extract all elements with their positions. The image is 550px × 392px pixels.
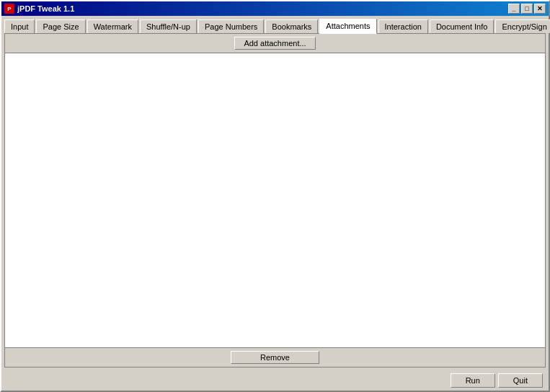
tab-attachments[interactable]: Attachments — [319, 19, 376, 34]
run-button[interactable]: Run — [451, 373, 495, 388]
main-content: Add attachment... Remove — [4, 33, 546, 368]
tab-encrypt-sign[interactable]: Encrypt/Sign — [495, 19, 550, 33]
tab-page-size[interactable]: Page Size — [36, 19, 85, 33]
tab-document-info[interactable]: Document Info — [430, 19, 494, 33]
tabs-container: Input Page Size Watermark Shuffle/N-up P… — [1, 16, 549, 33]
title-bar-buttons: _ □ ✕ — [508, 4, 546, 14]
main-window: P jPDF Tweak 1.1 _ □ ✕ Input Page Size W… — [0, 0, 550, 392]
tab-watermark[interactable]: Watermark — [87, 19, 138, 33]
title-bar-left: P jPDF Tweak 1.1 — [4, 4, 74, 14]
remove-button[interactable]: Remove — [231, 351, 319, 364]
attachment-list — [5, 53, 545, 347]
bottom-bar: Remove — [5, 347, 545, 367]
tab-bookmarks[interactable]: Bookmarks — [265, 19, 318, 33]
app-icon: P — [4, 4, 14, 14]
minimize-button[interactable]: _ — [508, 4, 520, 14]
tab-input[interactable]: Input — [4, 19, 35, 33]
close-button[interactable]: ✕ — [534, 4, 546, 14]
tab-shuffle-nup[interactable]: Shuffle/N-up — [140, 19, 197, 33]
window-title: jPDF Tweak 1.1 — [17, 4, 74, 13]
add-attachment-button[interactable]: Add attachment... — [234, 37, 315, 50]
maximize-button[interactable]: □ — [521, 4, 533, 14]
quit-button[interactable]: Quit — [498, 373, 543, 388]
tab-page-numbers[interactable]: Page Numbers — [198, 19, 264, 33]
attachment-toolbar: Add attachment... — [5, 34, 545, 53]
toolbar-center: Add attachment... — [11, 37, 539, 50]
tab-interaction[interactable]: Interaction — [378, 19, 428, 33]
title-bar: P jPDF Tweak 1.1 _ □ ✕ — [1, 1, 549, 16]
footer: Run Quit — [1, 370, 549, 391]
